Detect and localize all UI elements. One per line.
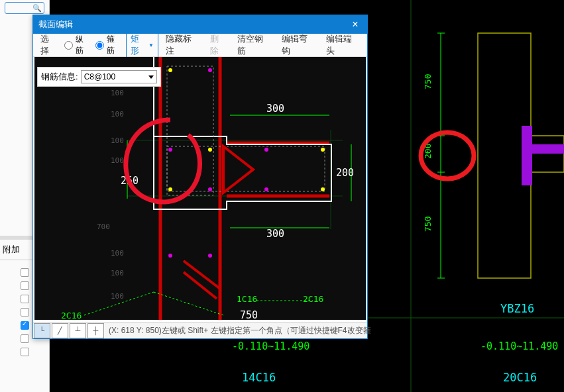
svg-rect-2 <box>522 126 532 185</box>
checkbox-4[interactable] <box>21 321 29 330</box>
svg-point-19 <box>208 148 212 152</box>
rebar-info-row: 钢筋信息: <box>37 67 161 87</box>
svg-point-16 <box>168 68 172 72</box>
svg-rect-14 <box>167 66 213 195</box>
svg-point-27 <box>208 254 212 258</box>
left-range: -0.110~11.490 <box>232 340 310 352</box>
snap-btn-4[interactable]: ┼ <box>87 323 104 338</box>
delete-button[interactable]: 删除 <box>207 32 230 58</box>
checkbox-0[interactable] <box>21 268 29 277</box>
svg-rect-3 <box>532 144 564 154</box>
right-count: 20C16 <box>503 371 537 384</box>
hide-annot-button[interactable]: 隐藏标注 <box>162 32 203 58</box>
svg-point-25 <box>321 187 325 191</box>
checkbox-1[interactable] <box>21 281 29 290</box>
close-icon[interactable]: × <box>349 19 362 30</box>
statust: └ ╱ ┴ ┼ (X: 618 Y: 850)左键或 Shift+ 左键指定第一… <box>33 322 367 338</box>
dim-right: 200 <box>336 167 354 179</box>
checkbox-5[interactable] <box>21 334 29 343</box>
rebar-mid: 1C16 <box>237 294 257 304</box>
rebar-right: 2C16 <box>303 294 323 304</box>
search-icon: 🔍 <box>32 4 42 13</box>
right-range: -0.110~11.490 <box>480 340 558 352</box>
svg-text:100: 100 <box>111 89 124 97</box>
edit-end-button[interactable]: 编辑端头 <box>323 32 363 58</box>
checkbox-2[interactable] <box>21 295 29 303</box>
svg-rect-15 <box>167 146 325 191</box>
svg-point-23 <box>208 187 212 191</box>
svg-point-24 <box>264 187 268 191</box>
svg-text:100: 100 <box>111 292 124 301</box>
svg-text:100: 100 <box>111 249 124 258</box>
checkbox-3[interactable] <box>21 308 29 317</box>
rebar-info-input[interactable] <box>81 70 157 83</box>
rebar-info-label: 钢筋信息: <box>41 71 78 83</box>
toolbar: 选择 纵筋 箍筋 矩形▼ 隐藏标注 删除 清空钢筋 编辑弯钩 编辑端头 <box>33 34 367 57</box>
dialog-canvas[interactable]: 300 200 250 300 750 100 100 100 100 700 … <box>34 57 366 320</box>
chevron-down-icon: ▼ <box>148 42 154 48</box>
dim-top-right: 750 <box>423 74 433 89</box>
svg-point-18 <box>168 148 172 152</box>
status-text: (X: 618 Y: 850)左键或 Shift+ 左键指定第一个角点（可通过快… <box>109 325 371 336</box>
svg-point-22 <box>168 187 172 191</box>
svg-text:100: 100 <box>111 156 124 165</box>
ybz-label: YBZ16 <box>500 302 534 315</box>
select-button[interactable]: 选择 <box>37 32 60 58</box>
dim-bot-right: 750 <box>423 217 433 232</box>
rect-dropdown[interactable]: 矩形▼ <box>126 32 158 58</box>
svg-point-21 <box>321 148 325 152</box>
svg-point-20 <box>264 148 268 152</box>
snap-btn-2[interactable]: ╱ <box>52 323 68 338</box>
rebar-left: 2C16 <box>61 311 82 320</box>
svg-point-17 <box>208 68 212 72</box>
hand-circle-dialog <box>126 120 200 202</box>
checkbox-6[interactable] <box>21 348 29 356</box>
section-edit-dialog: 截面编辑 × 选择 纵筋 箍筋 矩形▼ 隐藏标注 删除 清空钢筋 编辑弯钩 编辑… <box>32 15 368 339</box>
search-box[interactable]: 🔍 <box>5 2 44 14</box>
dim-750: 750 <box>240 309 258 320</box>
svg-point-26 <box>168 254 172 258</box>
snap-btn-3[interactable]: ┴ <box>70 323 86 338</box>
svg-text:100: 100 <box>111 136 124 145</box>
radio-longitudinal[interactable]: 纵筋 <box>64 34 91 56</box>
snap-btn-1[interactable]: └ <box>34 323 50 338</box>
svg-text:700: 700 <box>97 222 110 231</box>
dim-top: 300 <box>266 103 284 115</box>
left-label: 14C16 <box>242 371 276 384</box>
dim-bot: 300 <box>266 228 284 240</box>
titlebar[interactable]: 截面编辑 × <box>33 15 367 34</box>
clear-bar-button[interactable]: 清空钢筋 <box>234 32 274 58</box>
edit-hook-button[interactable]: 编辑弯钩 <box>278 32 319 58</box>
dialog-title: 截面编辑 <box>38 19 73 30</box>
svg-text:100: 100 <box>111 269 124 277</box>
radio-hoop[interactable]: 箍筋 <box>95 34 122 56</box>
svg-text:100: 100 <box>111 110 124 119</box>
